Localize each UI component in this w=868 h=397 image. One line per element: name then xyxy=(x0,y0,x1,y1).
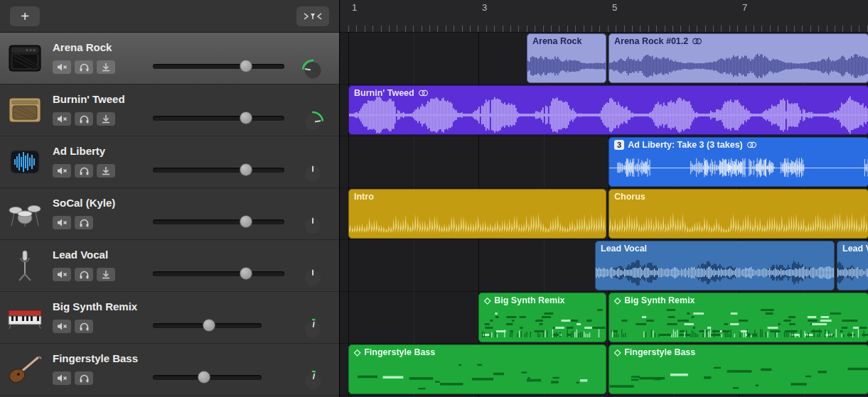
headphones-icon xyxy=(79,114,90,124)
input-monitoring-button[interactable] xyxy=(97,164,115,178)
mute-button[interactable] xyxy=(53,112,71,126)
volume-thumb[interactable] xyxy=(203,319,215,332)
mute-button[interactable] xyxy=(53,320,71,333)
mute-icon xyxy=(56,62,68,72)
track-lane[interactable]: Lead VocalLead Vocal xyxy=(340,240,868,292)
input-monitoring-button[interactable] xyxy=(97,268,115,281)
track-controls xyxy=(53,164,115,178)
track-row[interactable]: Arena Rock xyxy=(0,33,339,85)
region[interactable]: Lead Vocal xyxy=(595,241,835,290)
region[interactable]: ◇Fingerstyle Bass xyxy=(348,344,606,394)
track-row[interactable]: Big Synth Remix xyxy=(0,292,339,344)
synth-icon xyxy=(4,305,45,330)
solo-button[interactable] xyxy=(75,60,93,74)
region[interactable]: Arena Rock #01.2 xyxy=(609,33,868,83)
region[interactable]: Arena Rock xyxy=(527,33,606,83)
solo-button[interactable] xyxy=(75,320,93,333)
volume-thumb[interactable] xyxy=(240,112,252,124)
stereo-icon xyxy=(692,38,702,45)
volume-slider[interactable] xyxy=(153,64,284,69)
solo-button[interactable] xyxy=(75,371,93,385)
track-row[interactable]: Lead Vocal xyxy=(0,240,339,292)
track-controls xyxy=(53,371,93,385)
add-track-button[interactable]: + xyxy=(10,6,40,26)
volume-thumb[interactable] xyxy=(240,267,252,280)
track-lane[interactable]: ◇Fingerstyle Bass◇Fingerstyle Bass xyxy=(340,344,868,396)
bar-number: 7 xyxy=(742,2,747,13)
collapse-track-headers-icon xyxy=(302,11,323,21)
pan-knob[interactable] xyxy=(301,370,324,393)
solo-button[interactable] xyxy=(75,164,93,178)
input-monitoring-icon xyxy=(101,62,111,72)
mute-button[interactable] xyxy=(53,164,71,178)
pan-knob[interactable] xyxy=(301,214,324,237)
track-lane[interactable]: ◇Big Synth Remix◇Big Synth Remix xyxy=(340,292,868,344)
track-panel-header: + xyxy=(0,0,339,33)
take-count-badge[interactable]: 3 xyxy=(614,140,624,150)
mute-button[interactable] xyxy=(53,371,71,385)
track-row[interactable]: SoCal (Kyle) xyxy=(0,188,339,240)
pan-knob[interactable] xyxy=(301,59,324,82)
track-row[interactable]: Fingerstyle Bass xyxy=(0,344,339,396)
input-monitoring-icon xyxy=(101,270,111,279)
region-header: Lead Vocal xyxy=(837,241,868,256)
volume-slider[interactable] xyxy=(153,323,262,328)
region[interactable]: Burnin' Tweed xyxy=(348,85,868,135)
region-label: Burnin' Tweed xyxy=(354,88,414,98)
volume-slider[interactable] xyxy=(153,271,284,276)
timeline[interactable]: 1357 Arena RockArena Rock #01.2Burnin' T… xyxy=(339,0,868,397)
region[interactable]: 3Ad Liberty: Take 3 (3 takes) xyxy=(609,137,868,187)
collapse-track-headers-button[interactable] xyxy=(296,6,329,26)
volume-thumb[interactable] xyxy=(240,60,252,72)
track-lane[interactable]: Burnin' Tweed xyxy=(340,85,868,136)
volume-thumb[interactable] xyxy=(240,163,252,176)
volume-thumb[interactable] xyxy=(240,215,252,228)
mute-icon xyxy=(56,322,68,331)
region-header: ◇Big Synth Remix xyxy=(479,293,606,308)
volume-slider[interactable] xyxy=(153,168,284,173)
input-monitoring-button[interactable] xyxy=(97,60,115,74)
solo-button[interactable] xyxy=(75,268,93,281)
volume-slider[interactable] xyxy=(153,219,284,224)
input-monitoring-button[interactable] xyxy=(97,112,115,126)
region-header: 3Ad Liberty: Take 3 (3 takes) xyxy=(609,138,868,152)
mute-button[interactable] xyxy=(53,268,71,281)
region-label: Lead Vocal xyxy=(601,244,647,254)
lanes: Arena RockArena Rock #01.2Burnin' Tweed3… xyxy=(340,33,868,397)
solo-button[interactable] xyxy=(75,112,93,126)
region[interactable]: Lead Vocal xyxy=(837,241,868,290)
region-label: Ad Liberty: Take 3 (3 takes) xyxy=(628,140,743,150)
region[interactable]: Chorus xyxy=(609,189,868,239)
mute-button[interactable] xyxy=(53,60,71,74)
ruler[interactable]: 1357 xyxy=(340,0,868,33)
solo-button[interactable] xyxy=(75,216,93,229)
track-lane[interactable]: Arena RockArena Rock #01.2 xyxy=(340,33,868,85)
volume-slider[interactable] xyxy=(153,375,262,380)
track-row[interactable]: Burnin' Tweed xyxy=(0,85,339,136)
region[interactable]: Intro xyxy=(348,189,606,239)
track-lane[interactable]: IntroChorus xyxy=(340,188,868,240)
region[interactable]: ◇Big Synth Remix xyxy=(478,293,606,342)
headphones-icon xyxy=(79,322,90,331)
volume-slider[interactable] xyxy=(153,116,284,121)
track-row[interactable]: Ad Liberty xyxy=(0,136,339,188)
ruler-ticks xyxy=(348,26,868,32)
tweed-amp-icon xyxy=(4,96,45,124)
volume-thumb[interactable] xyxy=(198,371,210,384)
pan-knob[interactable] xyxy=(301,111,324,134)
region-header: ◇Fingerstyle Bass xyxy=(609,345,868,359)
region-header: Chorus xyxy=(609,190,868,204)
pan-knob[interactable] xyxy=(301,318,324,341)
region[interactable]: ◇Big Synth Remix xyxy=(609,293,868,342)
pan-knob[interactable] xyxy=(301,163,324,185)
pan-knob[interactable] xyxy=(301,266,324,289)
track-lane[interactable]: 3Ad Liberty: Take 3 (3 takes) xyxy=(340,136,868,188)
mute-icon xyxy=(56,270,68,279)
region[interactable]: ◇Fingerstyle Bass xyxy=(609,344,868,394)
track-header-panel: + Arena RockBurnin' TweedAd LibertySoCal… xyxy=(0,0,339,397)
loop-icon: ◇ xyxy=(614,295,621,305)
mute-button[interactable] xyxy=(53,216,71,229)
guitar-amp-icon xyxy=(4,44,45,72)
bar-number: 3 xyxy=(482,2,487,13)
track-controls xyxy=(53,112,115,126)
